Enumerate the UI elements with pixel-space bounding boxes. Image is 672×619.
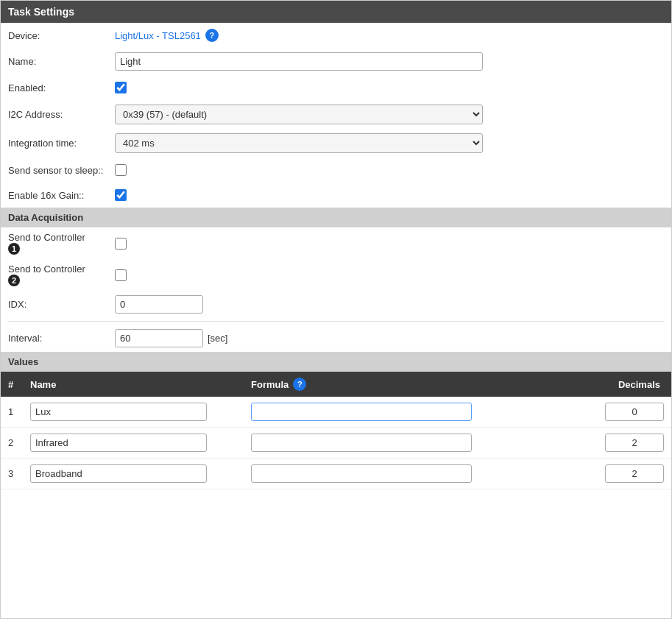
i2c-address-control-area: 0x39 (57) - (default) 0x29 (41) 0x49 (73…: [115, 105, 664, 124]
value-decimals-input[interactable]: [605, 403, 664, 421]
send-to-sleep-checkbox[interactable]: [115, 164, 127, 176]
send-to-controller-2-control-area: [115, 269, 664, 281]
send-to-controller-2-row: Send to Controller 2: [1, 259, 671, 291]
row-decimals-cell: [583, 428, 671, 459]
i2c-address-label: I2C Address:: [8, 109, 115, 120]
row-num: 2: [1, 428, 23, 459]
send-to-controller-2-checkbox[interactable]: [115, 269, 127, 281]
table-row: 3: [1, 459, 671, 489]
row-name-cell: [23, 397, 244, 428]
integration-time-control-area: 13 ms 101 ms 402 ms: [115, 133, 664, 153]
table-row: 1: [1, 397, 671, 428]
i2c-address-row: I2C Address: 0x39 (57) - (default) 0x29 …: [1, 100, 671, 129]
value-name-input[interactable]: [30, 434, 207, 452]
page-container: Task Settings Device: Light/Lux - TSL256…: [0, 0, 672, 619]
enabled-checkbox[interactable]: [115, 82, 127, 93]
name-input[interactable]: [115, 52, 483, 71]
values-table-header-row: # Name Formula ? Decimals: [1, 372, 671, 397]
values-header: Values: [1, 352, 671, 372]
enable-16x-gain-label: Enable 16x Gain::: [8, 190, 115, 201]
send-to-controller-1-label: Send to Controller 1: [8, 232, 115, 255]
row-name-cell: [23, 428, 244, 459]
send-to-controller-2-label: Send to Controller 2: [8, 263, 115, 286]
integration-time-row: Integration time: 13 ms 101 ms 402 ms: [1, 129, 671, 158]
col-header-num: #: [1, 372, 23, 397]
interval-label: Interval:: [8, 333, 115, 344]
controller-1-badge: 1: [8, 243, 20, 255]
send-to-controller-1-checkbox[interactable]: [115, 238, 127, 250]
enabled-label: Enabled:: [8, 82, 115, 93]
send-to-controller-1-control-area: [115, 238, 664, 250]
send-to-controller-1-row: Send to Controller 1: [1, 227, 671, 259]
device-help-icon[interactable]: ?: [205, 29, 219, 42]
row-formula-cell: [244, 428, 583, 459]
col-header-formula: Formula ?: [244, 372, 583, 397]
idx-row: IDX:: [1, 291, 671, 318]
device-row: Device: Light/Lux - TSL2561 ?: [1, 23, 671, 48]
name-row: Name:: [1, 48, 671, 75]
value-formula-input[interactable]: [251, 434, 472, 452]
value-decimals-input[interactable]: [605, 434, 664, 452]
value-name-input[interactable]: [30, 464, 207, 483]
task-settings-header: Task Settings: [1, 1, 671, 23]
values-title: Values: [8, 356, 38, 367]
task-settings-title: Task Settings: [8, 6, 74, 18]
data-acquisition-title: Data Acquisition: [8, 212, 83, 223]
interval-unit: [sec]: [208, 333, 227, 344]
data-acquisition-header: Data Acquisition: [1, 208, 671, 227]
value-name-input[interactable]: [30, 403, 207, 421]
interval-row: Interval: [sec]: [1, 325, 671, 352]
value-formula-input[interactable]: [251, 464, 472, 483]
device-value-area: Light/Lux - TSL2561 ?: [115, 29, 664, 42]
enable-16x-gain-control-area: [115, 189, 664, 201]
i2c-address-select[interactable]: 0x39 (57) - (default) 0x29 (41) 0x49 (73…: [115, 105, 483, 124]
enable-16x-gain-checkbox[interactable]: [115, 189, 127, 201]
value-formula-input[interactable]: [251, 403, 472, 421]
send-to-sleep-label: Send sensor to sleep::: [8, 165, 115, 176]
row-formula-cell: [244, 397, 583, 428]
idx-label: IDX:: [8, 299, 115, 310]
send-to-sleep-row: Send sensor to sleep::: [1, 158, 671, 183]
integration-time-select[interactable]: 13 ms 101 ms 402 ms: [115, 133, 483, 153]
row-num: 1: [1, 397, 23, 428]
row-num: 3: [1, 459, 23, 489]
interval-control-area: [sec]: [115, 329, 664, 347]
device-label: Device:: [8, 30, 115, 41]
table-row: 2: [1, 428, 671, 459]
enabled-control-area: [115, 82, 664, 93]
name-control-area: [115, 52, 664, 71]
interval-input[interactable]: [115, 329, 203, 347]
enable-16x-gain-row: Enable 16x Gain::: [1, 183, 671, 208]
values-table: # Name Formula ? Decimals 123: [1, 372, 671, 489]
integration-time-label: Integration time:: [8, 138, 115, 149]
controller-2-badge: 2: [8, 275, 20, 286]
divider-1: [8, 321, 664, 322]
formula-help-icon[interactable]: ?: [293, 378, 306, 391]
device-value: Light/Lux - TSL2561: [115, 30, 201, 41]
row-decimals-cell: [583, 397, 671, 428]
row-formula-cell: [244, 459, 583, 489]
row-name-cell: [23, 459, 244, 489]
col-header-decimals: Decimals: [583, 372, 671, 397]
send-to-sleep-control-area: [115, 164, 664, 176]
value-decimals-input[interactable]: [605, 464, 664, 483]
name-label: Name:: [8, 56, 115, 67]
idx-control-area: [115, 295, 664, 314]
col-header-name: Name: [23, 372, 244, 397]
idx-input[interactable]: [115, 295, 203, 314]
row-decimals-cell: [583, 459, 671, 489]
enabled-row: Enabled:: [1, 75, 671, 100]
